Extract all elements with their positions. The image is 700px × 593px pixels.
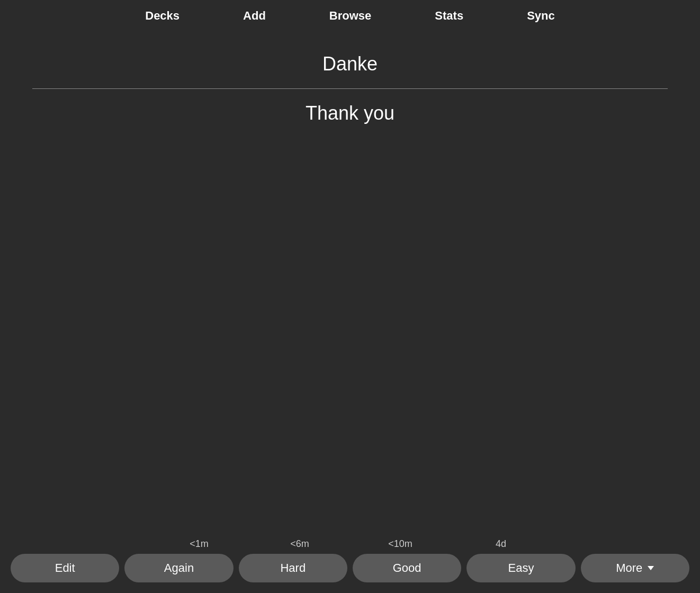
bottom-area: <1m <6m <10m 4d Edit Again Hard Good Eas…	[0, 538, 700, 593]
edit-button[interactable]: Edit	[11, 554, 119, 582]
nav-tabs: Decks Add Browse Stats Sync	[113, 3, 586, 29]
easy-button[interactable]: Easy	[466, 554, 575, 582]
more-button[interactable]: More	[581, 554, 689, 582]
hard-button[interactable]: Hard	[239, 554, 347, 582]
card-back: Thank you	[295, 92, 405, 130]
top-navigation: Decks Add Browse Stats Sync	[0, 0, 700, 32]
again-button[interactable]: Again	[124, 554, 233, 582]
chevron-down-icon	[648, 566, 654, 570]
card-front: Danke	[312, 48, 388, 86]
button-row: Edit Again Hard Good Easy More	[0, 554, 700, 582]
timing-again: <1m	[149, 538, 249, 550]
timing-hard: <6m	[249, 538, 350, 550]
tab-stats[interactable]: Stats	[403, 3, 495, 29]
timing-row: <1m <6m <10m 4d	[0, 538, 700, 550]
timing-good: <10m	[350, 538, 451, 550]
good-button[interactable]: Good	[353, 554, 461, 582]
tab-sync[interactable]: Sync	[495, 3, 587, 29]
timing-easy: 4d	[451, 538, 551, 550]
tab-add[interactable]: Add	[211, 3, 298, 29]
tab-decks[interactable]: Decks	[113, 3, 211, 29]
card-area: Danke Thank you	[0, 32, 700, 538]
more-label: More	[616, 561, 642, 575]
card-divider	[32, 88, 668, 89]
tab-browse[interactable]: Browse	[298, 3, 403, 29]
